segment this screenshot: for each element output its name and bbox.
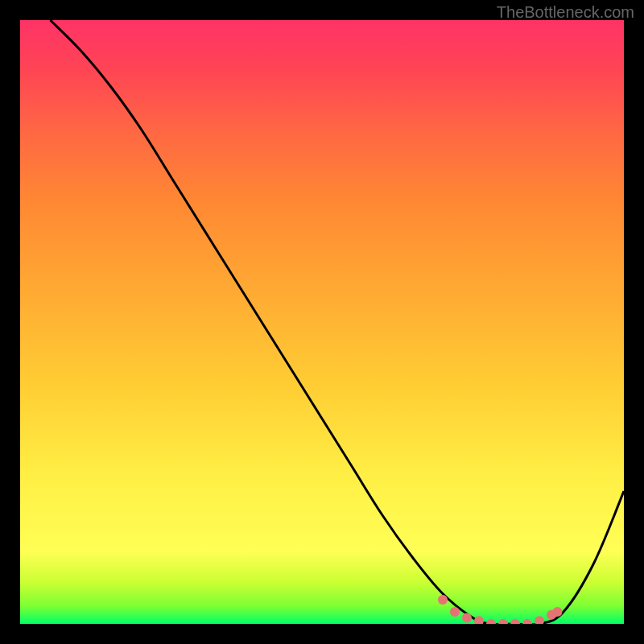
marker-dot — [498, 619, 508, 624]
chart-area — [20, 20, 624, 624]
marker-dot — [510, 619, 520, 624]
marker-dot — [462, 613, 472, 623]
marker-dot — [438, 595, 448, 605]
marker-dot — [450, 607, 460, 617]
marker-dot — [522, 619, 532, 624]
marker-dot — [535, 616, 544, 624]
watermark-text: TheBottleneck.com — [497, 3, 634, 22]
optimal-range-markers — [20, 20, 624, 624]
marker-dot — [474, 616, 484, 624]
marker-dot — [486, 619, 496, 624]
marker-dot — [553, 607, 563, 617]
